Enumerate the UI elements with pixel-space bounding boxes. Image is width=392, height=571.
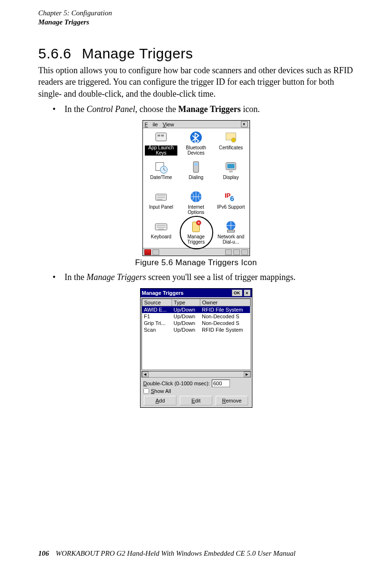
cp-label: Certificates [215, 146, 247, 151]
internet-options-icon [189, 190, 203, 204]
cp-item-dialing[interactable]: Dialing [179, 160, 214, 189]
figure-caption: Figure 5.6 Manage Triggers Icon [38, 258, 354, 268]
page: Chapter 5: Configuration Manage Triggers… [0, 0, 392, 571]
button-row: Add Edit Remove [141, 396, 252, 407]
cp-label: Bluetooth Devices [180, 146, 212, 156]
ok-button[interactable]: OK [232, 290, 242, 296]
page-number: 106 [38, 549, 49, 557]
cp-item-datetime[interactable]: Date/Time [144, 160, 179, 189]
app-launch-keys-icon [154, 130, 168, 145]
taskbar-tray-icon[interactable] [233, 249, 240, 255]
intro-paragraph: This option allows you to configure how … [38, 65, 354, 100]
ipv6-icon: IP6 [224, 190, 238, 204]
double-click-label: Double-Click (0-1000 msec): [143, 381, 210, 386]
content: 5.6.6Manage Triggers This option allows … [38, 0, 354, 408]
section-title-text: Manage Triggers [82, 45, 193, 61]
trigger-table: Source Type Owner AWID E... Up/Down RFID… [142, 299, 250, 333]
cp-label: Dialing [180, 175, 212, 180]
menu-bar: File View × [143, 121, 250, 128]
svg-rect-11 [228, 164, 235, 168]
menu-file[interactable]: File [145, 122, 158, 127]
dialing-icon [189, 160, 203, 174]
cp-item-network[interactable]: Network and Dial-u... [214, 219, 249, 248]
cp-item-input-panel[interactable]: Input Panel [144, 190, 179, 218]
show-all-label[interactable]: Show All [143, 388, 249, 394]
datetime-icon [154, 160, 168, 174]
close-icon[interactable]: × [244, 290, 250, 296]
cp-label: Date/Time [145, 175, 177, 180]
manage-triggers-dialog: Manage Triggers OK × Source Type Owner [140, 288, 252, 408]
section-number: 5.6.6 [38, 45, 71, 62]
keyboard-icon [154, 219, 168, 234]
cp-label: Display [215, 175, 247, 180]
cp-label: Input Panel [145, 205, 177, 210]
svg-point-5 [231, 138, 236, 142]
cp-item-ipv6[interactable]: IP6 IPv6 Support [214, 190, 249, 218]
step-list-2: In the Manage Triggers screen you'll see… [38, 271, 354, 283]
display-icon [224, 160, 238, 174]
cp-item-keyboard[interactable]: Keyboard [144, 219, 179, 248]
remove-button[interactable]: Remove [216, 396, 248, 405]
col-owner[interactable]: Owner [200, 299, 250, 306]
section-label: Manage Triggers [38, 18, 112, 27]
step-2: In the Manage Triggers screen you'll see… [38, 271, 354, 283]
cp-item-bluetooth[interactable]: Bluetooth Devices [179, 130, 214, 159]
table-row[interactable]: F1 Up/Down Non-Decoded S [142, 313, 250, 320]
chapter-label: Chapter 5: Configuration [38, 9, 112, 18]
taskbar-tray-icon[interactable] [225, 249, 232, 255]
table-row[interactable]: Grip Tri... Up/Down Non-Decoded S [142, 320, 250, 326]
sip-button[interactable] [241, 249, 248, 255]
svg-rect-21 [228, 230, 235, 233]
double-click-row: Double-Click (0-1000 msec): [141, 379, 252, 388]
network-icon [224, 219, 238, 234]
bluetooth-icon [189, 130, 203, 145]
footer-title: WORKABOUT PRO G2 Hand-Held With Windows … [56, 549, 296, 557]
menu-view[interactable]: View [163, 122, 174, 127]
input-panel-icon [154, 190, 168, 204]
svg-rect-1 [158, 134, 161, 136]
trigger-list[interactable]: Source Type Owner AWID E... Up/Down RFID… [142, 298, 251, 370]
show-all-row: Show All [141, 388, 252, 396]
dialog-title: Manage Triggers [142, 290, 184, 296]
cp-item-app-launch-keys[interactable]: App Launch Keys [144, 130, 179, 159]
table-header-row: Source Type Owner [142, 299, 250, 306]
footer: 106WORKABOUT PRO G2 Hand-Held With Windo… [38, 549, 354, 558]
cp-item-display[interactable]: Display [214, 160, 249, 189]
table-row[interactable]: Scan Up/Down RFID File System [142, 326, 250, 333]
horizontal-scrollbar[interactable]: ◄ ► [142, 371, 251, 378]
close-icon[interactable]: × [241, 121, 248, 127]
cp-label: App Launch Keys [145, 146, 177, 156]
section-heading: 5.6.6Manage Triggers [38, 45, 354, 62]
certificates-icon [224, 130, 238, 145]
col-source[interactable]: Source [142, 299, 172, 306]
cp-item-internet-options[interactable]: Internet Options [179, 190, 214, 218]
table-row[interactable]: AWID E... Up/Down RFID File System [142, 306, 250, 313]
svg-rect-0 [156, 133, 167, 141]
col-type[interactable]: Type [172, 299, 200, 306]
cp-label: Network and Dial-u... [215, 235, 247, 245]
step-list-1: In the Control Panel, choose the Manage … [38, 103, 354, 115]
add-button[interactable]: Add [144, 396, 176, 405]
show-all-checkbox[interactable] [143, 388, 149, 394]
cp-label: Internet Options [180, 205, 212, 215]
cp-label: Keyboard [145, 235, 177, 240]
highlight-circle [180, 216, 213, 249]
svg-text:6: 6 [230, 194, 234, 202]
scroll-right-icon[interactable]: ► [244, 371, 250, 377]
start-button[interactable] [144, 249, 151, 255]
edit-button[interactable]: Edit [180, 396, 212, 405]
running-head: Chapter 5: Configuration Manage Triggers [38, 9, 112, 27]
step-1: In the Control Panel, choose the Manage … [38, 103, 354, 115]
svg-rect-9 [194, 163, 198, 166]
cp-item-certificates[interactable]: Certificates [214, 130, 249, 159]
title-bar: Manage Triggers OK × [141, 289, 252, 297]
double-click-input[interactable] [212, 380, 230, 387]
taskbar-button[interactable] [152, 249, 159, 255]
scroll-left-icon[interactable]: ◄ [142, 371, 149, 377]
svg-rect-2 [161, 134, 164, 136]
cp-label: IPv6 Support [215, 205, 247, 210]
svg-rect-12 [229, 171, 233, 173]
